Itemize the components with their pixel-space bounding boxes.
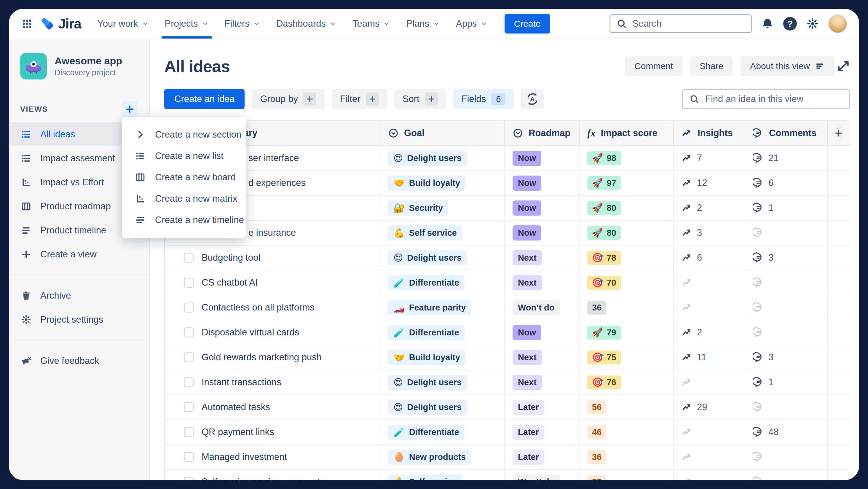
row-checkbox[interactable] — [184, 253, 194, 263]
share-button[interactable]: Share — [690, 56, 733, 76]
comments-metric[interactable] — [753, 302, 764, 313]
insights-metric[interactable] — [682, 426, 693, 438]
row-checkbox[interactable] — [184, 452, 194, 462]
insights-metric[interactable]: 6 — [682, 252, 702, 263]
summary-cell[interactable]: Instant transactions — [165, 370, 380, 394]
row-checkbox[interactable] — [184, 303, 194, 312]
table-row[interactable]: Gold rewards marketing push🤝Build loyalt… — [165, 345, 849, 370]
impact-score-cell[interactable]: 36 — [580, 295, 674, 320]
insights-metric[interactable] — [682, 302, 693, 313]
comments-cell[interactable] — [745, 295, 828, 320]
impact-score-cell[interactable]: 🚀79 — [580, 320, 674, 344]
table-row[interactable]: Automated tasks😍Delight usersLater5629 — [165, 395, 849, 420]
roadmap-badge[interactable]: Next — [513, 250, 542, 266]
insights-cell[interactable]: 2 — [674, 196, 745, 220]
goal-chip[interactable]: 💪Self service — [388, 475, 462, 480]
insights-cell[interactable]: 6 — [674, 246, 745, 270]
comments-metric[interactable] — [753, 227, 764, 238]
comments-cell[interactable]: 3 — [745, 345, 828, 369]
comments-metric[interactable] — [753, 451, 764, 463]
insights-metric[interactable]: 7 — [682, 152, 702, 164]
summary-cell[interactable]: Contactless on all platforms — [165, 295, 380, 320]
comments-cell[interactable] — [745, 270, 828, 295]
roadmap-cell[interactable]: Now — [505, 221, 580, 245]
impact-score-badge[interactable]: 🚀79 — [587, 326, 621, 340]
roadmap-cell[interactable]: Now — [505, 196, 580, 220]
comments-cell[interactable]: 1 — [745, 370, 828, 394]
comments-metric[interactable]: 3 — [753, 352, 773, 363]
comments-cell[interactable] — [745, 320, 828, 344]
comments-metric[interactable] — [753, 327, 764, 338]
translate-button[interactable]: A — [521, 89, 544, 109]
insights-cell[interactable]: 2 — [674, 320, 745, 344]
insights-metric[interactable] — [682, 476, 693, 480]
comments-cell[interactable]: 48 — [745, 420, 828, 444]
column-header-insights[interactable]: Insights — [674, 121, 745, 145]
goal-cell[interactable]: 💪Self service — [380, 470, 505, 480]
roadmap-badge[interactable]: Won’t do — [513, 300, 560, 315]
impact-score-cell[interactable]: 🎯78 — [580, 246, 674, 270]
nav-item-plans[interactable]: Plans — [398, 9, 448, 38]
summary-cell[interactable]: CS chatbot AI — [165, 270, 380, 295]
goal-chip[interactable]: 😍Delight users — [388, 151, 467, 166]
table-row[interactable]: Budgeting tool😍Delight usersNext🎯7863 — [165, 246, 849, 270]
goal-chip[interactable]: 😍Delight users — [388, 400, 467, 415]
roadmap-badge[interactable]: Later — [513, 425, 544, 440]
impact-score-badge[interactable]: 36 — [587, 450, 606, 464]
insights-cell[interactable]: 7 — [674, 146, 745, 170]
impact-score-badge[interactable]: 🎯76 — [587, 375, 621, 389]
impact-score-cell[interactable]: 🎯70 — [580, 270, 674, 295]
goal-cell[interactable]: 🤝Build loyalty — [380, 171, 505, 195]
impact-score-badge[interactable]: 🚀97 — [587, 176, 621, 190]
comments-metric[interactable] — [753, 401, 764, 413]
fields-button[interactable]: Fields 6 — [453, 89, 514, 109]
goal-cell[interactable]: 😍Delight users — [380, 395, 505, 419]
help-icon[interactable]: ? — [783, 17, 797, 31]
insights-cell[interactable] — [674, 420, 745, 444]
global-search-input[interactable] — [632, 18, 745, 29]
roadmap-cell[interactable]: Won’t do — [505, 470, 580, 480]
fullscreen-expand-icon[interactable] — [837, 59, 850, 73]
insights-cell[interactable]: 11 — [674, 345, 745, 369]
comments-cell[interactable]: 3 — [745, 246, 828, 270]
row-checkbox[interactable] — [184, 427, 194, 437]
goal-chip[interactable]: 🏎️Feature parity — [388, 300, 471, 315]
table-row[interactable]: d experiences🤝Build loyaltyNow🚀97126 — [165, 171, 849, 196]
roadmap-badge[interactable]: Now — [513, 225, 541, 241]
impact-score-badge[interactable]: 🚀80 — [587, 201, 621, 215]
comments-cell[interactable] — [745, 470, 828, 480]
summary-cell[interactable]: QR payment links — [165, 420, 380, 444]
table-row[interactable]: Disposable virtual cards🧪DifferentiateNo… — [165, 320, 849, 345]
goal-cell[interactable]: 🧪Differentiate — [380, 270, 505, 295]
notifications-bell-icon[interactable] — [761, 18, 774, 30]
jira-logo[interactable]: Jira — [40, 16, 81, 32]
roadmap-badge[interactable]: Now — [513, 201, 541, 216]
impact-score-badge[interactable]: 🎯78 — [587, 251, 621, 265]
add-column-button[interactable] — [834, 125, 843, 142]
insights-cell[interactable] — [674, 445, 745, 469]
comments-cell[interactable] — [745, 221, 828, 245]
comments-metric[interactable]: 6 — [753, 177, 773, 189]
table-row[interactable]: e insurance💪Self serviceNow🚀803 — [165, 221, 849, 246]
roadmap-badge[interactable]: Now — [513, 151, 541, 166]
column-header-goal[interactable]: Goal — [380, 121, 505, 145]
insights-cell[interactable] — [674, 370, 745, 394]
summary-cell[interactable]: Budgeting tool — [165, 246, 380, 270]
roadmap-cell[interactable]: Now — [505, 171, 580, 195]
insights-cell[interactable] — [674, 470, 745, 480]
table-row[interactable]: Managed investment🥚New productsLater36 — [165, 445, 849, 470]
column-header-impact-score[interactable]: fxImpact score — [580, 121, 674, 145]
goal-cell[interactable]: 😍Delight users — [380, 146, 505, 170]
insights-metric[interactable]: 11 — [682, 352, 707, 363]
comments-metric[interactable]: 1 — [753, 377, 773, 388]
comments-metric[interactable]: 21 — [753, 152, 778, 164]
apps-grid-icon[interactable] — [21, 18, 33, 30]
summary-cell[interactable]: Self service: savings accounts — [165, 470, 380, 480]
goal-chip[interactable]: 🔐Security — [388, 201, 448, 216]
roadmap-badge[interactable]: Now — [513, 325, 541, 340]
summary-cell[interactable]: Gold rewards marketing push — [165, 345, 380, 369]
nav-item-dashboards[interactable]: Dashboards — [268, 9, 344, 38]
table-row[interactable]: Contactless on all platforms🏎️Feature pa… — [165, 295, 849, 320]
insights-cell[interactable] — [674, 270, 745, 295]
roadmap-badge[interactable]: Later — [513, 450, 544, 465]
